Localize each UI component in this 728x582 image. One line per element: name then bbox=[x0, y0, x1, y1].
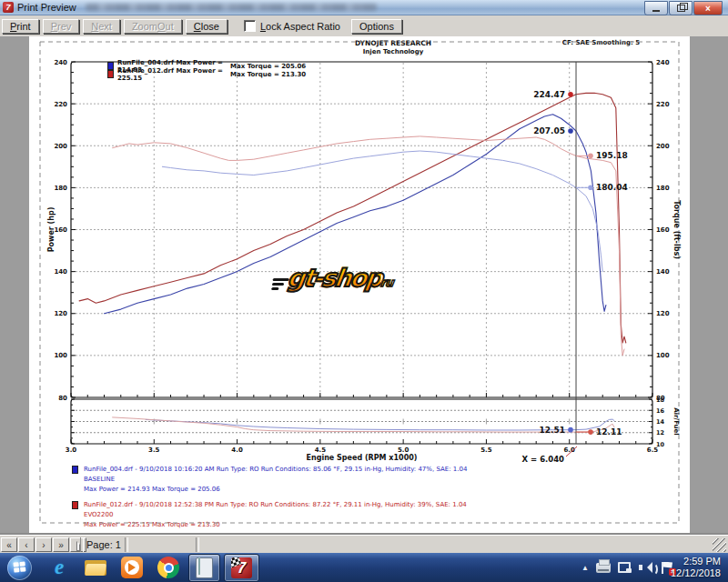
svg-text:100: 100 bbox=[656, 352, 670, 359]
goto-page-button[interactable] bbox=[70, 537, 86, 552]
svg-text:180: 180 bbox=[54, 185, 67, 192]
clock-date: 12/12/2018 bbox=[671, 567, 721, 579]
watermark-text: gt-shop bbox=[286, 264, 383, 292]
statusbar-separator bbox=[196, 537, 199, 552]
watermark-tld: ru bbox=[379, 276, 394, 289]
print-button[interactable]: Print bbox=[2, 19, 39, 34]
next-button[interactable]: Next bbox=[83, 19, 120, 34]
callout-label: 180.04 bbox=[596, 183, 628, 192]
curve-torque-run004 bbox=[162, 151, 602, 272]
resize-grip[interactable] bbox=[713, 538, 726, 552]
statusbar-separator bbox=[125, 537, 128, 552]
svg-text:120: 120 bbox=[54, 310, 67, 317]
window-title: Print Preview bbox=[17, 2, 76, 13]
taskbar: e 7 ▲ × 2:59 PM 12/12/2018 bbox=[0, 553, 728, 582]
svg-text:6.5: 6.5 bbox=[647, 447, 659, 454]
cursor-value-label: X = 6.040 bbox=[522, 455, 565, 464]
svg-text:140: 140 bbox=[54, 268, 67, 276]
taskbar-media-player[interactable] bbox=[118, 556, 146, 580]
gt-shop-watermark: gt-shopru bbox=[286, 264, 396, 292]
redacted-title-text bbox=[86, 4, 377, 11]
svg-text:180: 180 bbox=[656, 185, 670, 192]
svg-text:120: 120 bbox=[656, 310, 670, 317]
svg-text:3.0: 3.0 bbox=[66, 447, 77, 454]
svg-text:4.5: 4.5 bbox=[315, 447, 327, 454]
svg-text:12: 12 bbox=[656, 429, 664, 436]
svg-text:240: 240 bbox=[54, 59, 67, 66]
clock-time: 2:59 PM bbox=[671, 556, 721, 567]
svg-text:Torque (ft-lbs): Torque (ft-lbs) bbox=[672, 200, 681, 259]
prev-button[interactable]: Prev bbox=[43, 19, 80, 34]
start-button[interactable] bbox=[7, 556, 32, 580]
minimize-icon bbox=[652, 10, 660, 12]
callout-label: 12.11 bbox=[596, 427, 622, 436]
svg-text:200: 200 bbox=[656, 143, 670, 150]
restore-button[interactable] bbox=[669, 1, 693, 15]
lock-aspect-checkbox[interactable] bbox=[244, 20, 256, 32]
svg-text:5.0: 5.0 bbox=[398, 447, 410, 454]
svg-text:Power (hp): Power (hp) bbox=[47, 207, 56, 253]
svg-text:220: 220 bbox=[656, 101, 670, 108]
preview-area: DYNOJET RESEARCH Injen Technology CF: SA… bbox=[0, 36, 728, 535]
callout-label: 207.05 bbox=[533, 126, 565, 135]
dynojet-app-icon: 7 bbox=[3, 2, 14, 13]
printer-icon[interactable] bbox=[596, 563, 611, 573]
media-player-icon bbox=[121, 557, 143, 578]
first-page-button[interactable]: « bbox=[1, 537, 17, 552]
svg-text:Air/Fuel: Air/Fuel bbox=[672, 407, 680, 435]
callout-label: 195.18 bbox=[596, 151, 628, 160]
svg-text:80: 80 bbox=[58, 395, 67, 402]
next-page-button[interactable]: › bbox=[35, 537, 52, 552]
desktop: 7 Print Preview × Print Prev Next Zoom O… bbox=[0, 0, 728, 582]
callout-label: 224.47 bbox=[533, 90, 565, 99]
system-tray: ▲ × bbox=[581, 553, 673, 582]
folder-icon bbox=[85, 560, 106, 576]
statusbar-separator bbox=[80, 537, 84, 552]
last-page-button[interactable]: » bbox=[53, 537, 69, 552]
svg-text:4.0: 4.0 bbox=[231, 447, 243, 454]
taskbar-clock[interactable]: 2:59 PM 12/12/2018 bbox=[671, 556, 721, 579]
print-preview-window: 7 Print Preview × Print Prev Next Zoom O… bbox=[0, 0, 728, 553]
close-preview-button[interactable]: Close bbox=[186, 19, 228, 34]
volume-icon[interactable] bbox=[639, 562, 653, 573]
statusbar: « ‹ › » Page: 1 bbox=[0, 535, 728, 554]
taskbar-chrome[interactable] bbox=[155, 556, 182, 580]
svg-text:160: 160 bbox=[656, 226, 670, 234]
svg-text:100: 100 bbox=[54, 352, 67, 359]
toolbar: Print Prev Next Zoom Out Close Lock Aspe… bbox=[0, 15, 728, 37]
minimize-button[interactable] bbox=[644, 1, 668, 15]
taskbar-dynojet-open[interactable]: 7 bbox=[224, 554, 259, 582]
prev-page-button[interactable]: ‹ bbox=[18, 537, 35, 552]
svg-text:220: 220 bbox=[54, 101, 67, 108]
svg-text:160: 160 bbox=[54, 226, 67, 234]
zoom-out-button[interactable]: Zoom Out bbox=[124, 19, 182, 34]
callout-label: 12.51 bbox=[540, 426, 565, 435]
restore-icon bbox=[677, 5, 685, 12]
titlebar[interactable]: 7 Print Preview × bbox=[0, 0, 728, 15]
options-button[interactable]: Options bbox=[351, 19, 402, 34]
svg-text:14: 14 bbox=[656, 418, 665, 426]
taskbar-internet-explorer[interactable]: e bbox=[46, 556, 73, 580]
svg-text:5.5: 5.5 bbox=[480, 447, 492, 454]
svg-text:3.5: 3.5 bbox=[148, 447, 160, 454]
lock-aspect-checkbox-group: Lock Aspect Ratio bbox=[244, 20, 340, 32]
plot-area bbox=[71, 62, 652, 444]
svg-text:16: 16 bbox=[656, 407, 665, 415]
taskbar-file-explorer[interactable] bbox=[82, 556, 109, 580]
svg-text:200: 200 bbox=[54, 143, 67, 150]
calculator-icon bbox=[196, 557, 213, 578]
curve-torque-run012 bbox=[113, 136, 624, 356]
chrome-icon bbox=[157, 557, 179, 578]
svg-text:18: 18 bbox=[656, 396, 665, 404]
page-number-label: Page: 1 bbox=[86, 539, 121, 550]
svg-text:Engine Speed (RPM x1000): Engine Speed (RPM x1000) bbox=[307, 454, 418, 462]
taskbar-calculator-open[interactable] bbox=[188, 554, 220, 582]
internet-explorer-icon: e bbox=[55, 556, 64, 579]
speed-lines-icon bbox=[271, 276, 289, 292]
windows-logo-icon bbox=[13, 561, 25, 573]
network-icon[interactable] bbox=[618, 562, 632, 573]
close-window-button[interactable]: × bbox=[693, 1, 723, 15]
lock-aspect-label: Lock Aspect Ratio bbox=[260, 21, 340, 32]
tray-expand-icon[interactable]: ▲ bbox=[581, 564, 589, 572]
svg-text:240: 240 bbox=[656, 59, 670, 66]
